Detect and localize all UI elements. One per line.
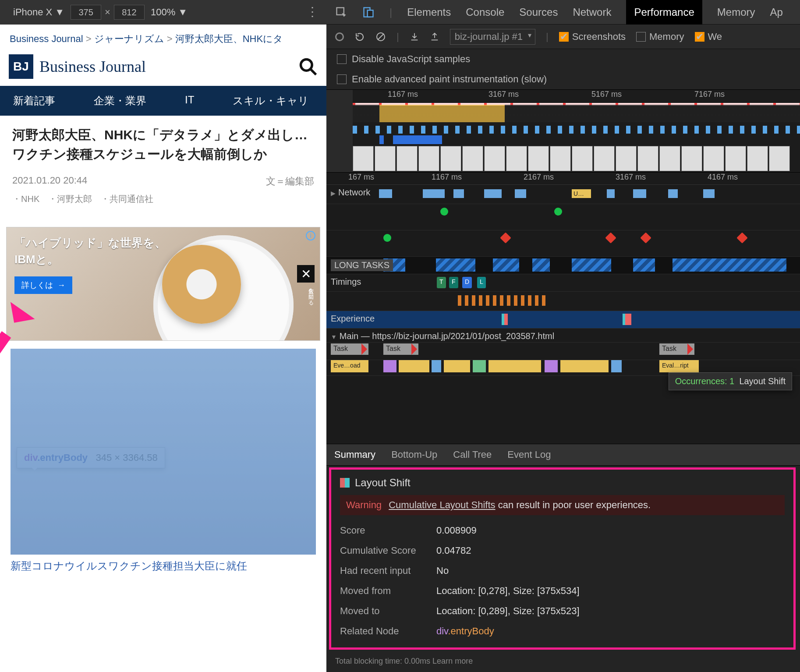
detail-tabs: Summary Bottom-Up Call Tree Event Log [326,444,800,466]
svg-line-1 [311,69,316,75]
breadcrumb-page: 河野太郎大臣、NHKにタ [175,33,283,44]
device-select[interactable]: iPhone X ▼ [13,7,64,18]
article-hero-image [11,349,316,555]
article: 河野太郎大臣、NHKに「デタラメ」とダメ出し…ワクチン接種スケジュールを大幅前倒… [0,116,326,215]
footer-cutoff-text: Total blocking time: 0.00ms Learn more [326,654,800,672]
screenshots-checkbox[interactable]: ✔Screenshots [559,31,626,42]
tab-network[interactable]: Network [573,6,611,18]
clear-icon[interactable] [375,32,386,42]
overview-heap [353,135,800,144]
viewport-width-input[interactable] [71,5,101,20]
device-toolbar: iPhone X ▼ × 100% ▼ ⋮ [0,0,326,25]
row-network[interactable]: ▶Network U… [326,185,800,204]
ad-headline-2: IBMと。 [14,252,59,267]
article-tags: ・NHK ・河野太郎 ・共同通信社 [12,193,314,205]
dtab-bottomup[interactable]: Bottom-Up [391,449,437,460]
row-timings-bars [326,292,800,311]
memory-checkbox[interactable]: Memory [636,31,684,42]
flame-ruler: 167 ms 1167 ms 2167 ms 3167 ms 4167 ms [326,173,800,185]
breadcrumb-root[interactable]: Business Journal [10,33,83,44]
breadcrumb: Business Journal > ジャーナリズム > 河野太郎大臣、NHKに… [0,25,326,52]
svg-line-6 [378,34,384,40]
chevron-down-icon: ▼ [55,7,64,18]
row-main-label: ▼Main — https://biz-journal.jp/2021/01/p… [326,329,800,343]
breadcrumb-cat[interactable]: ジャーナリズム [94,33,164,44]
save-profile-icon[interactable] [430,32,439,42]
detail-title: Layout Shift [340,477,785,489]
tab-it[interactable]: IT [179,86,200,116]
cls-help-link[interactable]: Cumulative Layout Shifts [389,499,495,510]
profile-select[interactable]: biz-journal.jp #1 [450,29,535,45]
tab-skill[interactable]: スキル・キャリ [227,86,315,116]
viewport-dimensions: × [71,5,145,20]
tab-memory[interactable]: Memory [717,6,755,18]
devtools-tabbar: | Elements Console Sources Network Perfo… [326,0,800,25]
device-toggle-icon[interactable] [362,6,375,18]
layout-shift-marker[interactable] [502,314,508,325]
row-long-tasks: LONG TASKS [326,257,800,274]
devtools-pane: | Elements Console Sources Network Perfo… [326,0,800,672]
tab-console[interactable]: Console [466,6,504,18]
article-datetime: 2021.01.20 20:44 [12,175,87,188]
detail-warning: Warning Cumulative Layout Shifts can res… [340,495,785,515]
load-profile-icon[interactable] [410,32,419,42]
tab-sources[interactable]: Sources [519,6,558,18]
row-tasks: Task Task Task [326,343,800,360]
viewport-height-input[interactable] [114,5,145,20]
overview-cpu [353,105,800,122]
layout-shift-marker[interactable] [623,314,631,325]
brand-name[interactable]: Business Journal [39,57,146,76]
mobile-frame: Business Journal > ジャーナリズム > 河野太郎大臣、NHKに… [0,25,326,672]
mobile-preview-pane: iPhone X ▼ × 100% ▼ ⋮ Business Journal >… [0,0,326,672]
nav-tabs: 新着記事 企業・業界 IT スキル・キャリ [0,86,326,116]
svg-point-0 [301,60,312,71]
tab-new[interactable]: 新着記事 [0,86,61,116]
row-timings: Timings T F D L [326,274,800,292]
related-node-link[interactable]: div.entryBody [436,626,785,637]
perf-overview[interactable]: 1167 ms 3167 ms 5167 ms 7167 ms [326,89,800,173]
svg-rect-4 [368,10,373,17]
brand-bar: BJ Business Journal [0,52,326,86]
reload-record-icon[interactable] [354,32,365,42]
zoom-select[interactable]: 100% ▼ [151,7,188,18]
times-icon: × [105,7,110,18]
dtab-calltree[interactable]: Call Tree [453,449,492,460]
search-icon[interactable] [298,57,318,76]
ad-close-label: 広告を閉じる [307,284,315,303]
layout-shift-swatch-icon [340,478,350,488]
more-options-icon[interactable]: ⋮ [306,4,319,19]
record-icon[interactable] [335,32,344,41]
overview-screenshots [353,146,800,171]
opt-paint-instrumentation[interactable]: Enable advanced paint instrumentation (s… [326,69,800,89]
tab-elements[interactable]: Elements [407,6,451,18]
tab-biz[interactable]: 企業・業界 [88,86,152,116]
perf-toolbar: | biz-journal.jp #1 | ✔Screenshots Memor… [326,25,800,49]
row-experience[interactable]: Experience [326,311,800,329]
hero-caption: 新型コロナウイルスワクチン接種担当大臣に就任 [0,555,326,577]
dtab-summary[interactable]: Summary [334,449,375,460]
tab-performance[interactable]: Performance [626,0,702,25]
opt-disable-js[interactable]: Disable JavaScript samples [326,49,800,69]
ad-cta-button[interactable]: 詳しくは→ [14,276,72,294]
layout-shift-detail: Layout Shift Warning Cumulative Layout S… [329,467,796,650]
brand-badge[interactable]: BJ [9,54,33,79]
arrow-right-icon: → [57,281,65,290]
inspect-element-icon[interactable] [335,6,347,18]
article-byline: 文＝編集部 [266,175,314,188]
ad-banner[interactable]: 「ハイブリッド」な世界を、 IBMと。 詳しくは→ i ✕ 広告を閉じる [6,227,320,341]
layout-shift-tooltip: Occurrences: 1 Layout Shift [669,372,792,390]
chevron-down-icon: ▼ [178,7,188,18]
ad-donut-graphic [162,245,241,324]
webvitals-checkbox[interactable]: ✔We [695,31,722,42]
ad-close-icon[interactable]: ✕ [297,265,315,283]
row-frames-1 [326,204,800,230]
ad-info-icon[interactable]: i [306,231,315,241]
dtab-eventlog[interactable]: Event Log [507,449,551,460]
overview-net [353,126,800,134]
ad-headline-1: 「ハイブリッド」な世界を、 [14,235,166,251]
article-title: 河野太郎大臣、NHKに「デタラメ」とダメ出し…ワクチン接種スケジュールを大幅前倒… [12,125,314,163]
tab-application[interactable]: Ap [770,6,782,18]
row-frames-2 [326,230,800,257]
flame-chart[interactable]: 167 ms 1167 ms 2167 ms 3167 ms 4167 ms ▶… [326,173,800,444]
